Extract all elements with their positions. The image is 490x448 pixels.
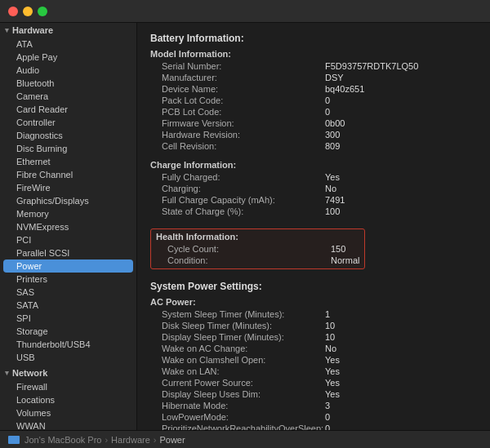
status-bar: Jon's MacBook Pro›Hardware›Power [0, 430, 490, 448]
sidebar-item-locations[interactable]: Locations [0, 393, 136, 406]
info-row: Wake on Clamshell Open:Yes [150, 354, 477, 366]
info-label: Charging: [162, 184, 325, 193]
info-row: Display Sleep Timer (Minutes):10 [150, 331, 477, 343]
info-label: Firmware Version: [162, 118, 325, 128]
sidebar-item-power[interactable]: Power [3, 259, 133, 273]
info-value: 0 [325, 424, 330, 430]
info-row: LowPowerMode:0 [150, 411, 477, 423]
battery-info-title: Battery Information: [150, 33, 477, 44]
sub-section-title: Model Information: [150, 49, 477, 59]
info-row: Serial Number:F5D93757RDTK7LQ50 [150, 60, 477, 72]
sidebar-item-spi[interactable]: SPI [0, 312, 136, 325]
info-value: 300 [325, 130, 340, 140]
sub-section-title: AC Power: [150, 297, 477, 307]
breadcrumb-item: Hardware [111, 435, 150, 445]
info-value: 0b00 [325, 118, 345, 128]
sidebar-item-audio[interactable]: Audio [0, 64, 136, 77]
sidebar-item-thunderbolt-usb4[interactable]: Thunderbolt/USB4 [0, 338, 136, 351]
info-label: Manufacturer: [162, 73, 325, 82]
sidebar-item-graphics-displays[interactable]: Graphics/Displays [0, 194, 136, 207]
sidebar-item-apple-pay[interactable]: Apple Pay [0, 51, 136, 64]
info-label: Display Sleep Timer (Minutes): [162, 332, 325, 342]
title-bar [0, 0, 490, 23]
info-label: Wake on AC Change: [162, 344, 325, 353]
sidebar-group: ▾NetworkFirewallLocationsVolumesWWANWi-F… [0, 366, 136, 430]
info-row: Condition:Normal [156, 255, 359, 266]
info-value: 809 [325, 141, 340, 151]
info-label: Cell Revision: [162, 141, 325, 151]
info-value: 0 [325, 95, 330, 105]
info-value: Yes [325, 172, 340, 182]
info-row: System Sleep Timer (Minutes):1 [150, 308, 477, 320]
sidebar-item-volumes[interactable]: Volumes [0, 406, 136, 419]
sidebar-group-header[interactable]: ▾Hardware [0, 23, 136, 38]
sidebar-group: ▾HardwareATAApple PayAudioBluetoothCamer… [0, 23, 136, 364]
info-label: Display Sleep Uses Dim: [162, 389, 325, 399]
info-row: Hibernate Mode:3 [150, 400, 477, 411]
info-value: Yes [325, 366, 340, 376]
info-label: Wake on LAN: [162, 366, 325, 376]
status-bar-icon [8, 436, 20, 444]
info-value: 10 [325, 321, 335, 330]
health-box: Health Information:Cycle Count:150Condit… [150, 228, 365, 269]
sidebar-item-printers[interactable]: Printers [0, 273, 136, 286]
sidebar-item-camera[interactable]: Camera [0, 90, 136, 103]
info-row: Display Sleep Uses Dim:Yes [150, 388, 477, 400]
breadcrumb-separator: › [154, 435, 157, 445]
info-value: 10 [325, 332, 335, 342]
info-row: Manufacturer:DSY [150, 72, 477, 83]
info-label: Cycle Count: [167, 244, 331, 254]
info-block: Charge Information:Fully Charged:YesChar… [150, 160, 477, 217]
sidebar-item-sata[interactable]: SATA [0, 299, 136, 312]
info-value: 7491 [325, 195, 345, 205]
info-label: Full Charge Capacity (mAh): [162, 195, 325, 205]
info-row: Wake on LAN:Yes [150, 366, 477, 377]
sidebar-item-wwan[interactable]: WWAN [0, 419, 136, 430]
info-block: Health Information:Cycle Count:150Condit… [150, 225, 477, 273]
info-value: Normal [331, 255, 359, 265]
info-value: 0 [325, 107, 330, 117]
sidebar-group-header[interactable]: ▾Network [0, 366, 136, 380]
sidebar-item-bluetooth[interactable]: Bluetooth [0, 77, 136, 90]
sidebar-item-fibre-channel[interactable]: Fibre Channel [0, 168, 136, 181]
info-value: 3 [325, 401, 330, 410]
info-value: 150 [331, 244, 345, 254]
sidebar-item-disc-burning[interactable]: Disc Burning [0, 142, 136, 155]
sidebar-item-storage[interactable]: Storage [0, 325, 136, 338]
sidebar-item-firewall[interactable]: Firewall [0, 380, 136, 393]
sidebar-item-parallel-scsi[interactable]: Parallel SCSI [0, 246, 136, 259]
info-row: Fully Charged:Yes [150, 171, 477, 183]
traffic-lights [8, 7, 47, 16]
sidebar-item-memory[interactable]: Memory [0, 207, 136, 220]
info-label: Hardware Revision: [162, 130, 325, 140]
info-row: State of Charge (%):100 [150, 206, 477, 217]
sub-section-title: Charge Information: [150, 160, 477, 170]
sidebar-item-controller[interactable]: Controller [0, 116, 136, 129]
info-value: 0 [325, 412, 330, 422]
sidebar-item-nvmexpress[interactable]: NVMExpress [0, 220, 136, 233]
info-label: Condition: [167, 255, 331, 265]
info-label: Serial Number: [162, 61, 325, 71]
group-label: Hardware [12, 25, 53, 35]
sidebar-item-firewire[interactable]: FireWire [0, 181, 136, 194]
maximize-button[interactable] [38, 7, 47, 16]
info-value: bq40z651 [325, 84, 364, 94]
content-area: Battery Information:Model Information:Se… [137, 23, 490, 430]
info-label: LowPowerMode: [162, 412, 325, 422]
info-row: Cycle Count:150 [156, 243, 359, 255]
info-value: No [325, 184, 336, 193]
sidebar-item-usb[interactable]: USB [0, 351, 136, 364]
minimize-button[interactable] [23, 7, 33, 16]
info-value: DSY [325, 73, 344, 82]
info-row: Device Name:bq40z651 [150, 83, 477, 95]
info-value: Yes [325, 378, 340, 388]
info-value: 1 [325, 309, 330, 319]
close-button[interactable] [8, 7, 18, 16]
info-row: Full Charge Capacity (mAh):7491 [150, 194, 477, 206]
sidebar-item-card-reader[interactable]: Card Reader [0, 103, 136, 116]
sidebar-item-ata[interactable]: ATA [0, 38, 136, 51]
sidebar-item-sas[interactable]: SAS [0, 286, 136, 299]
sidebar-item-diagnostics[interactable]: Diagnostics [0, 129, 136, 142]
sidebar-item-pci[interactable]: PCI [0, 233, 136, 246]
sidebar-item-ethernet[interactable]: Ethernet [0, 155, 136, 168]
